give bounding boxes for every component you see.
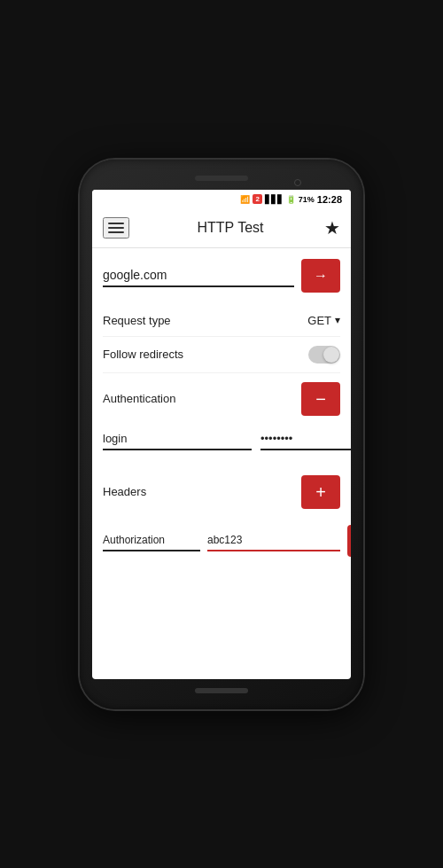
signal-icon: ▋▋▋ — [265, 195, 284, 204]
header-key-input[interactable] — [103, 530, 200, 551]
request-type-label: Request type — [103, 314, 171, 327]
follow-redirects-label: Follow redirects — [103, 348, 183, 361]
bookmark-button[interactable]: ★ — [324, 217, 340, 239]
request-type-row: Request type GET ▾ — [103, 305, 340, 337]
battery-icon: 🔋 — [286, 195, 296, 204]
headers-label: Headers — [103, 485, 146, 498]
request-type-value: GET — [307, 314, 331, 327]
battery-percent: 71% — [299, 195, 315, 204]
headers-section-header: Headers + — [103, 466, 340, 518]
app-title: HTTP Test — [136, 220, 324, 236]
go-arrow-icon: → — [314, 268, 328, 284]
authentication-section-header: Authentication − — [103, 373, 340, 425]
notification-badge: 2 — [253, 194, 261, 204]
header-entry-row — [103, 521, 340, 560]
authentication-label: Authentication — [103, 392, 175, 405]
follow-redirects-toggle[interactable] — [308, 346, 340, 364]
request-type-dropdown-icon: ▾ — [335, 314, 340, 326]
clock: 12:28 — [317, 194, 342, 205]
status-icons: 📶 2 ▋▋▋ 🔋 71% 12:28 — [240, 194, 342, 205]
phone-home-bar — [195, 688, 248, 693]
main-content: → Request type GET ▾ Follow redirects — [92, 248, 351, 679]
request-type-selector[interactable]: GET ▾ — [307, 314, 340, 327]
wifi-icon: 📶 — [240, 195, 250, 204]
phone-speaker — [195, 176, 248, 181]
authentication-remove-button[interactable]: − — [301, 382, 340, 416]
credentials-row — [103, 428, 340, 454]
go-button[interactable]: → — [301, 259, 340, 293]
hamburger-menu-button[interactable] — [103, 217, 129, 239]
phone-screen: 📶 2 ▋▋▋ 🔋 71% 12:28 HTTP Test ★ — [92, 190, 351, 679]
url-input[interactable] — [103, 264, 294, 287]
app-bar: HTTP Test ★ — [92, 209, 351, 248]
add-header-button[interactable]: + — [301, 475, 340, 509]
url-row: → — [103, 259, 340, 293]
login-input[interactable] — [103, 428, 252, 450]
minus-icon: − — [315, 390, 326, 408]
phone-device: 📶 2 ▋▋▋ 🔋 71% 12:28 HTTP Test ★ — [80, 160, 363, 709]
status-bar: 📶 2 ▋▋▋ 🔋 71% 12:28 — [92, 190, 351, 209]
plus-icon: + — [315, 483, 326, 501]
toggle-knob — [323, 347, 339, 363]
phone-camera — [294, 179, 301, 186]
header-value-input[interactable] — [207, 530, 340, 551]
delete-header-button[interactable] — [347, 525, 351, 557]
password-input[interactable] — [260, 428, 351, 450]
follow-redirects-row: Follow redirects — [103, 337, 340, 373]
